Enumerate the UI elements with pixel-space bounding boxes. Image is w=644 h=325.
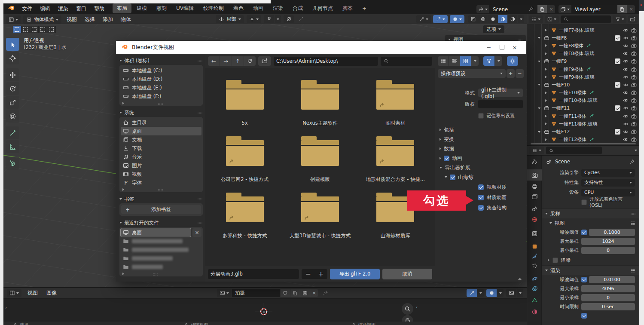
checkbox[interactable] (615, 129, 620, 135)
shading-mode-4[interactable] (508, 15, 517, 23)
pivot-button[interactable] (486, 289, 497, 297)
disable-render-camera-icon[interactable] (631, 90, 637, 95)
folder-item[interactable]: 地形材质混合方案 - 快捷... (358, 136, 433, 183)
dialog-titlebar[interactable]: Blender文件视图 − × (116, 41, 526, 54)
hide-viewport-eye-icon[interactable] (623, 43, 629, 49)
system-item-1[interactable]: 桌面 (121, 127, 201, 135)
add-preset-button[interactable]: + (507, 69, 515, 78)
hide-viewport-eye-icon[interactable] (623, 67, 629, 72)
menu-0[interactable]: 文件 (18, 4, 36, 13)
select-subtract-button[interactable] (30, 26, 39, 33)
properties-tab-collection[interactable] (527, 228, 542, 239)
snap-magnet-icon[interactable] (264, 15, 274, 23)
close-button[interactable]: × (508, 44, 521, 51)
display-mode-0[interactable] (438, 56, 449, 66)
recent-item-redacted[interactable] (121, 245, 191, 254)
render-sampling-field-3-value[interactable]: 0 sec (581, 303, 635, 310)
render-subpanel-header[interactable]: 渲染 (542, 265, 639, 275)
outliner-row[interactable]: 一幢F10 (527, 81, 639, 89)
disable-render-camera-icon[interactable] (631, 82, 637, 88)
properties-tab-particles[interactable] (527, 260, 542, 271)
properties-tab-tool[interactable] (527, 156, 542, 167)
expand-caret-down-icon[interactable] (538, 37, 543, 39)
disable-render-camera-icon[interactable] (631, 74, 637, 80)
filename-input[interactable] (208, 269, 299, 279)
display-channels-dropdown[interactable] (517, 289, 523, 297)
workspace-tab-11[interactable]: + (358, 4, 371, 13)
visibility-dropdown[interactable] (416, 15, 431, 23)
outliner-search-input[interactable] (561, 15, 611, 23)
menu-2[interactable]: 渲染 (54, 4, 72, 13)
filter-toggle-button[interactable] (483, 56, 494, 66)
volume-item[interactable]: 本地磁盘 (D:) (121, 75, 201, 83)
unlink-image-button[interactable]: × (310, 289, 318, 297)
checkbox[interactable] (581, 199, 587, 205)
checkbox[interactable] (581, 277, 587, 282)
export-gltf-button[interactable]: 导出 glTF 2.0 (330, 269, 380, 279)
image-editor-menu-0[interactable]: 视图 (25, 288, 40, 297)
up-button[interactable]: ↑ (232, 56, 244, 66)
outliner-row[interactable]: 一幢F11楼体.玻璃 (527, 120, 639, 128)
zoom-button[interactable] (402, 303, 413, 315)
expand-caret-right-icon[interactable] (545, 115, 550, 117)
image-editor-menu-1[interactable]: 图像 (44, 288, 59, 297)
render-sampling-field-0-value[interactable]: 0.0100 (589, 276, 635, 283)
checkbox[interactable] (478, 113, 484, 119)
snap-toggle[interactable] (467, 289, 477, 297)
viewport-sampling-field-2-value[interactable]: 0 (581, 247, 635, 254)
pin-icon[interactable] (323, 290, 328, 296)
checkbox[interactable] (615, 58, 620, 64)
checkbox[interactable] (581, 230, 587, 235)
device-dropdown[interactable]: CPU (581, 189, 635, 196)
render-sampling-field-1-value[interactable]: 4096 (581, 285, 635, 292)
viewport-menu-2[interactable]: 添加 (100, 15, 116, 24)
checkbox[interactable] (615, 82, 620, 88)
volume-item[interactable]: 本地磁盘 (E:) (121, 83, 201, 92)
properties-tab-object-data[interactable] (527, 294, 542, 306)
recent-item-desktop[interactable]: 桌面 (121, 228, 191, 237)
properties-tab-render[interactable] (527, 169, 542, 181)
workspace-tab-7[interactable]: 渲染 (269, 3, 287, 13)
export-section-0[interactable]: 包括 (435, 125, 526, 135)
tool-select-button[interactable] (6, 38, 19, 51)
image-editor[interactable]: 视图图像拍摄× ›‹ (3, 287, 527, 322)
export-section-4[interactable]: 导出器扩展 (435, 163, 526, 172)
expand-caret-right-icon[interactable] (545, 138, 550, 141)
proportional-edit-button[interactable] (284, 15, 294, 23)
disable-render-camera-icon[interactable] (631, 137, 637, 142)
shading-mode-1[interactable] (478, 15, 488, 23)
outliner-row[interactable]: 一幢F9 (527, 58, 639, 65)
hide-viewport-eye-icon[interactable] (623, 58, 629, 64)
workspace-tab-2[interactable]: 雕刻 (152, 3, 171, 13)
render-sampling-field-2-value[interactable]: 0 (581, 294, 635, 301)
expand-caret-right-icon[interactable] (545, 99, 550, 102)
hide-viewport-eye-icon[interactable] (623, 137, 629, 142)
display-mode-1[interactable] (449, 56, 460, 66)
checkbox[interactable] (478, 195, 484, 200)
increment-button[interactable]: + (314, 269, 327, 279)
workspace-tab-10[interactable]: 脚本 (338, 3, 357, 13)
tool-scale-button[interactable] (6, 96, 19, 109)
expand-caret-right-icon[interactable] (545, 92, 550, 94)
properties-tab-scene[interactable] (527, 203, 542, 214)
properties-tab-output[interactable] (527, 181, 542, 192)
viewport-menu-3[interactable]: 物体 (118, 15, 134, 24)
expand-caret-right-icon[interactable] (545, 44, 550, 47)
checkbox[interactable] (615, 35, 620, 41)
outliner-row[interactable]: 一幢F11楼体 (527, 112, 639, 120)
viewport-menu-0[interactable]: 视图 (64, 15, 79, 24)
hide-viewport-eye-icon[interactable] (623, 98, 629, 103)
expand-caret-down-icon[interactable] (538, 107, 543, 109)
display-mode-2[interactable] (460, 56, 471, 66)
collapse-gizmo-icon[interactable]: ‹ (416, 305, 418, 310)
image-name-field[interactable]: 拍摄 (232, 289, 280, 297)
expand-icon[interactable] (122, 188, 124, 191)
checkbox[interactable] (615, 105, 620, 111)
pivot-button-dropdown[interactable] (497, 289, 504, 297)
hide-viewport-eye-icon[interactable] (623, 35, 629, 41)
render-engine-dropdown[interactable]: Cycles (581, 169, 635, 177)
shading-mode-3[interactable] (498, 15, 507, 23)
pack-image-button[interactable] (300, 289, 310, 297)
disable-render-camera-icon[interactable] (631, 113, 637, 119)
folder-item[interactable]: 大型3D智慧城市 - 快捷方式 (282, 192, 357, 239)
